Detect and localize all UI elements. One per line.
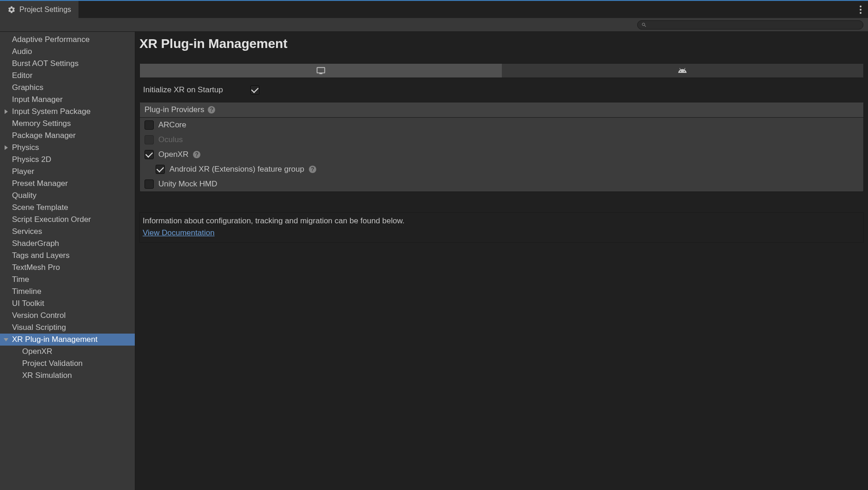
sidebar-item-adaptive-performance[interactable]: Adaptive Performance [0, 34, 135, 46]
sidebar-item-burst-aot-settings[interactable]: Burst AOT Settings [0, 58, 135, 70]
sidebar-item-scene-template[interactable]: Scene Template [0, 202, 135, 214]
init-xr-label: Initialize XR on Startup [143, 85, 250, 95]
provider-checkbox[interactable] [145, 120, 154, 130]
provider-label: Unity Mock HMD [158, 179, 217, 189]
sidebar-item-shadergraph[interactable]: ShaderGraph [0, 238, 135, 250]
sidebar-item-package-manager[interactable]: Package Manager [0, 130, 135, 142]
init-xr-checkbox[interactable] [250, 85, 259, 95]
provider-row-openxr: OpenXR? [140, 147, 863, 162]
sidebar-item-quality[interactable]: Quality [0, 190, 135, 202]
toolbar [0, 18, 868, 32]
sidebar-item-visual-scripting[interactable]: Visual Scripting [0, 322, 135, 334]
search-icon [641, 22, 647, 28]
init-xr-row: Initialize XR on Startup [139, 84, 864, 96]
gear-icon [7, 6, 16, 14]
providers-panel: Plug-in Providers ? ARCoreOculusOpenXR?A… [139, 102, 864, 192]
provider-row-unity-mock-hmd: Unity Mock HMD [140, 177, 863, 191]
platform-tabs [139, 63, 864, 78]
sidebar-item-input-system-package[interactable]: Input System Package [0, 106, 135, 118]
content-panel: XR Plug-in Management Initialize XR on S… [135, 32, 868, 490]
window-tab[interactable]: Project Settings [0, 1, 78, 18]
sidebar-item-version-control[interactable]: Version Control [0, 310, 135, 322]
sidebar-item-time[interactable]: Time [0, 274, 135, 286]
search-input[interactable] [637, 20, 863, 30]
sidebar-item-physics[interactable]: Physics [0, 142, 135, 154]
info-panel: Information about configuration, trackin… [139, 212, 864, 243]
monitor-icon [316, 66, 326, 75]
provider-row-android-xr-extensions-feature-group: Android XR (Extensions) feature group? [140, 162, 863, 177]
provider-row-arcore: ARCore [140, 118, 863, 132]
sidebar-item-input-manager[interactable]: Input Manager [0, 94, 135, 106]
help-icon[interactable]: ? [309, 166, 316, 173]
info-text: Information about configuration, trackin… [143, 216, 861, 228]
provider-label: ARCore [158, 120, 186, 130]
provider-checkbox[interactable] [156, 165, 165, 174]
providers-header: Plug-in Providers ? [140, 102, 863, 118]
sidebar: Adaptive PerformanceAudioBurst AOT Setti… [0, 32, 135, 490]
sidebar-item-audio[interactable]: Audio [0, 46, 135, 58]
sidebar-item-preset-manager[interactable]: Preset Manager [0, 178, 135, 190]
provider-label: OpenXR [158, 150, 188, 159]
sidebar-item-textmesh-pro[interactable]: TextMesh Pro [0, 262, 135, 274]
sidebar-item-xr-plug-in-management[interactable]: XR Plug-in Management [0, 334, 135, 346]
sidebar-item-physics-2d[interactable]: Physics 2D [0, 154, 135, 166]
help-icon[interactable]: ? [208, 106, 215, 114]
sidebar-item-ui-toolkit[interactable]: UI Toolkit [0, 298, 135, 310]
provider-label: Oculus [158, 135, 183, 144]
sidebar-item-openxr[interactable]: OpenXR [0, 346, 135, 358]
view-documentation-link[interactable]: View Documentation [143, 228, 215, 237]
window-tab-label: Project Settings [19, 6, 71, 14]
android-icon [678, 66, 687, 75]
provider-checkbox[interactable] [145, 179, 154, 189]
sidebar-item-player[interactable]: Player [0, 166, 135, 178]
sidebar-item-editor[interactable]: Editor [0, 70, 135, 82]
kebab-menu-button[interactable] [853, 6, 868, 14]
providers-header-label: Plug-in Providers [145, 105, 204, 114]
sidebar-item-script-execution-order[interactable]: Script Execution Order [0, 214, 135, 226]
sidebar-item-tags-and-layers[interactable]: Tags and Layers [0, 250, 135, 262]
platform-tab-android[interactable] [502, 64, 864, 78]
titlebar: Project Settings [0, 0, 868, 18]
sidebar-item-timeline[interactable]: Timeline [0, 286, 135, 298]
provider-checkbox [145, 135, 154, 144]
provider-label: Android XR (Extensions) feature group [169, 165, 304, 174]
sidebar-item-graphics[interactable]: Graphics [0, 82, 135, 94]
provider-checkbox[interactable] [145, 150, 154, 159]
platform-tab-desktop[interactable] [140, 64, 502, 78]
sidebar-item-memory-settings[interactable]: Memory Settings [0, 118, 135, 130]
page-title: XR Plug-in Management [139, 32, 864, 63]
sidebar-item-services[interactable]: Services [0, 226, 135, 238]
help-icon[interactable]: ? [193, 151, 200, 158]
sidebar-item-project-validation[interactable]: Project Validation [0, 358, 135, 370]
sidebar-item-xr-simulation[interactable]: XR Simulation [0, 370, 135, 382]
provider-row-oculus: Oculus [140, 132, 863, 147]
